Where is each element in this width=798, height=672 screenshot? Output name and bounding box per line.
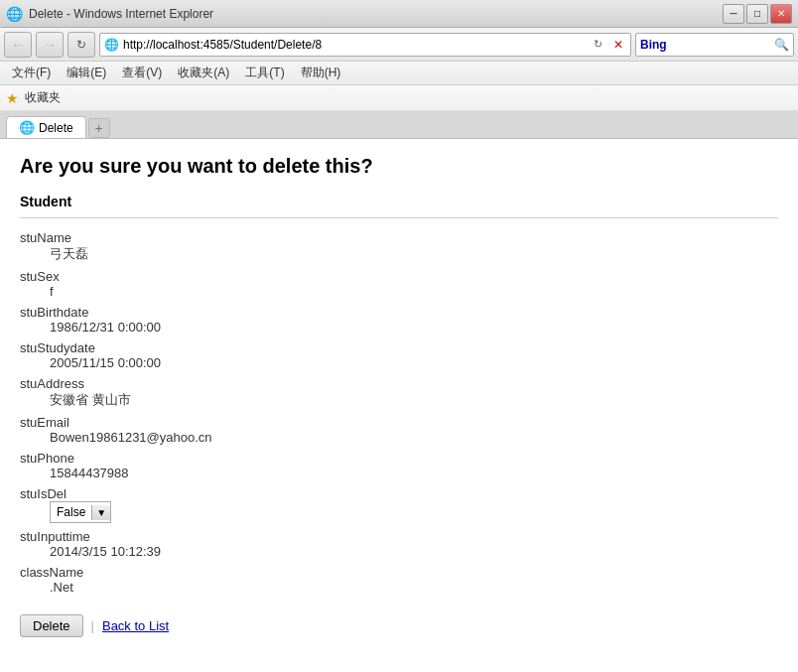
field-label-stuaddress: stuAddress <box>20 376 778 391</box>
separator: | <box>91 618 94 633</box>
field-value-stustudydate: 2005/11/15 0:00:00 <box>20 355 778 370</box>
dropdown-arrow-icon[interactable]: ▼ <box>91 505 110 520</box>
field-label-stubirthdate: stuBirthdate <box>20 305 778 320</box>
field-value-stuemail: Bowen19861231@yahoo.cn <box>20 430 778 445</box>
field-value-classname: .Net <box>20 580 778 595</box>
field-value-stubirthdate: 1986/12/31 0:00:00 <box>20 320 778 335</box>
field-label-stuphone: stuPhone <box>20 451 778 466</box>
field-value-stuphone: 15844437988 <box>20 466 778 480</box>
field-stustudydate: stuStudydate 2005/11/15 0:00:00 <box>20 340 778 370</box>
field-stuisdel: stuIsDel False ▼ <box>20 486 778 523</box>
field-stuemail: stuEmail Bowen19861231@yahoo.cn <box>20 415 778 445</box>
field-label-stuisdel: stuIsDel <box>20 486 778 501</box>
field-stubirthdate: stuBirthdate 1986/12/31 0:00:00 <box>20 305 778 335</box>
favorites-star-icon: ★ <box>6 90 19 106</box>
field-value-stusex: f <box>20 284 778 299</box>
divider <box>20 217 778 218</box>
entity-label: Student <box>20 194 778 209</box>
field-stuinputtime: stuInputtime 2014/3/15 10:12:39 <box>20 529 778 559</box>
nav-bar: ← → ↻ 🌐 http://localhost:4585/Student/De… <box>0 28 798 62</box>
field-value-stuinputtime: 2014/3/15 10:12:39 <box>20 544 778 559</box>
menu-file[interactable]: 文件(F) <box>8 64 55 82</box>
close-button[interactable]: ✕ <box>770 4 792 24</box>
address-text[interactable]: http://localhost:4585/Student/Delete/8 <box>123 38 586 52</box>
refresh-button[interactable]: ↻ <box>67 32 95 58</box>
tab-bar: 🌐 Delete + <box>0 111 798 139</box>
field-label-stustudydate: stuStudydate <box>20 340 778 355</box>
menu-help[interactable]: 帮助(H) <box>297 64 345 82</box>
browser-icon: 🌐 <box>6 6 23 22</box>
confirm-question: Are you sure you want to delete this? <box>20 155 778 178</box>
field-stusex: stuSex f <box>20 269 778 299</box>
field-value-stuname: 弓天磊 <box>20 245 778 263</box>
field-label-stuinputtime: stuInputtime <box>20 529 778 544</box>
field-label-stuname: stuName <box>20 230 778 245</box>
minimize-button[interactable]: ─ <box>723 4 744 24</box>
dropdown-value: False <box>51 503 91 521</box>
tab-label: Delete <box>39 121 73 135</box>
field-label-classname: className <box>20 565 778 580</box>
delete-button[interactable]: Delete <box>20 614 83 637</box>
restore-button[interactable]: □ <box>746 4 768 24</box>
stop-icon[interactable]: ✕ <box>610 38 626 52</box>
forward-button[interactable]: → <box>36 32 64 58</box>
field-classname: className .Net <box>20 565 778 595</box>
action-row: Delete | Back to List <box>20 614 778 637</box>
field-label-stusex: stuSex <box>20 269 778 284</box>
stuisdel-dropdown[interactable]: False ▼ <box>50 501 111 523</box>
tab-delete[interactable]: 🌐 Delete <box>6 116 86 138</box>
field-stuname: stuName 弓天磊 <box>20 230 778 263</box>
page-content: Are you sure you want to delete this? St… <box>0 139 798 653</box>
refresh-icon[interactable]: ↻ <box>590 38 606 51</box>
title-bar-buttons: ─ □ ✕ <box>723 4 792 24</box>
back-button[interactable]: ← <box>4 32 32 58</box>
field-label-stuemail: stuEmail <box>20 415 778 430</box>
menu-tools[interactable]: 工具(T) <box>241 64 288 82</box>
menu-edit[interactable]: 编辑(E) <box>63 64 110 82</box>
field-stuaddress: stuAddress 安徽省 黄山市 <box>20 376 778 409</box>
address-bar: 🌐 http://localhost:4585/Student/Delete/8… <box>99 33 631 57</box>
search-bar[interactable]: Bing 🔍 <box>635 33 794 57</box>
title-bar: 🌐 Delete - Windows Internet Explorer ─ □… <box>0 0 798 28</box>
favorites-label[interactable]: 收藏夹 <box>25 89 61 106</box>
new-tab-button[interactable]: + <box>88 118 110 138</box>
page-icon: 🌐 <box>104 38 119 52</box>
menu-favorites[interactable]: 收藏夹(A) <box>174 64 233 82</box>
bing-label: Bing <box>640 38 667 52</box>
back-to-list-link[interactable]: Back to List <box>102 618 169 633</box>
search-icon[interactable]: 🔍 <box>774 38 789 52</box>
field-stuphone: stuPhone 15844437988 <box>20 451 778 480</box>
title-bar-text: Delete - Windows Internet Explorer <box>29 7 717 21</box>
favorites-bar: ★ 收藏夹 <box>0 85 798 111</box>
menu-view[interactable]: 查看(V) <box>118 64 166 82</box>
field-value-stuaddress: 安徽省 黄山市 <box>20 391 778 409</box>
tab-ie-icon: 🌐 <box>19 120 35 135</box>
menu-bar: 文件(F) 编辑(E) 查看(V) 收藏夹(A) 工具(T) 帮助(H) <box>0 62 798 85</box>
